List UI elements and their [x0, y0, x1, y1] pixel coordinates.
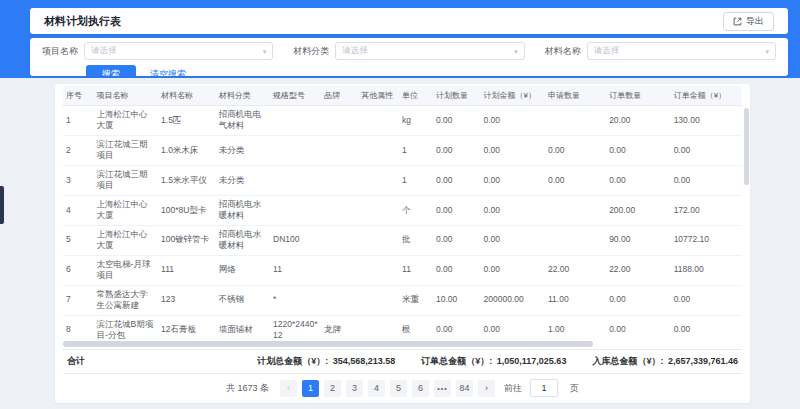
project-name-select[interactable]: 请选择 ▾: [84, 42, 273, 60]
table-cell: 22.00: [606, 255, 671, 285]
sidebar-indicator[interactable]: [0, 186, 4, 224]
table-cell: 招商机电水暖材料: [216, 225, 270, 255]
table-row[interactable]: 4上海松江中心大厦100*8U型卡招商机电水暖材料个0.000.00200.00…: [63, 195, 742, 225]
table-row[interactable]: 2滨江花城三期项目1.0米木床未分类10.000.000.000.000.00: [63, 135, 742, 165]
summary-totals: 计划总金额（¥）: 354,568,213.58 订单总金额（¥）: 1,050…: [257, 355, 738, 368]
table-cell: 墙面辅材: [216, 315, 270, 339]
table-row[interactable]: 6太空电梯-月球项目111网络11110.000.0022.0022.00118…: [63, 255, 742, 285]
table-cell: 0.00: [433, 195, 481, 225]
table-scroll-area[interactable]: 序号项目名称材料名称材料分类规格型号品牌其他属性单位计划数量计划金额（¥）申请数…: [63, 86, 742, 339]
table-cell: [545, 225, 606, 255]
select-placeholder: 请选择: [594, 45, 620, 57]
table-cell: 10.00: [433, 285, 481, 315]
filter-group-material-category: 材料分类 请选择 ▾: [293, 42, 524, 60]
page-button[interactable]: 4: [368, 380, 385, 397]
table-cell: 200000.00: [481, 285, 546, 315]
table-row[interactable]: 1上海松江中心大厦1.5匹招商机电电气材料kg0.000.0020.00130.…: [63, 106, 742, 136]
table-cell: [270, 165, 321, 195]
table-cell: 0.00: [606, 285, 671, 315]
column-header: 单位: [399, 86, 433, 106]
project-name-label: 项目名称: [42, 45, 78, 58]
chevron-down-icon: ▾: [514, 48, 518, 55]
horizontal-scrollbar-thumb[interactable]: [63, 341, 593, 347]
select-placeholder: 请选择: [91, 45, 117, 57]
table-cell: 4: [63, 195, 94, 225]
column-header: 其他属性: [358, 86, 399, 106]
table-cell: 0.00: [433, 225, 481, 255]
table-row[interactable]: 7常熟盛达大学生公寓新建123不锈钢*米重10.00200000.0011.00…: [63, 285, 742, 315]
table-cell: 1.5米水平仪: [158, 165, 216, 195]
table-cell: 172.00: [671, 195, 742, 225]
table-cell: [321, 135, 358, 165]
page-button[interactable]: 1: [302, 380, 319, 397]
table-cell: 123: [158, 285, 216, 315]
goto-page-suffix: 页: [570, 382, 579, 395]
filter-group-project: 项目名称 请选择 ▾: [42, 42, 273, 60]
export-button[interactable]: 导出: [723, 12, 774, 31]
table-cell: [270, 106, 321, 136]
material-category-select[interactable]: 请选择 ▾: [335, 42, 524, 60]
page-button[interactable]: 5: [390, 380, 407, 397]
vertical-scrollbar[interactable]: [744, 108, 749, 323]
filter-panel: 项目名称 请选择 ▾ 材料分类 请选择 ▾ 材料名称 请选择 ▾ 搜索 清空搜索: [30, 38, 788, 76]
planned-total-value: 354,568,213.58: [333, 356, 396, 366]
vertical-scrollbar-thumb[interactable]: [744, 108, 749, 185]
table-cell: 20.00: [606, 106, 671, 136]
table-cell: [545, 195, 606, 225]
page-button[interactable]: 6: [412, 380, 429, 397]
table-cell: 招商机电水暖材料: [216, 195, 270, 225]
table-cell: 0.00: [433, 165, 481, 195]
table-cell: 1: [63, 106, 94, 136]
table-cell: 0.00: [433, 255, 481, 285]
pagination-ellipsis[interactable]: •••: [434, 380, 451, 397]
table-cell: 7: [63, 285, 94, 315]
table-cell: *: [270, 285, 321, 315]
table-cell: 0.00: [481, 195, 546, 225]
total-label: 合计: [67, 355, 85, 368]
table-row[interactable]: 8滨江花城B期项目-分包12石膏板墙面辅材1220*2440*12龙牌根0.00…: [63, 315, 742, 339]
select-placeholder: 请选择: [342, 45, 368, 57]
inbound-total-value: 2,657,339,761.46: [668, 356, 738, 366]
filter-row: 项目名称 请选择 ▾ 材料分类 请选择 ▾ 材料名称 请选择 ▾: [42, 42, 776, 60]
page-button[interactable]: 84: [456, 380, 473, 397]
column-header: 订单金额（¥）: [671, 86, 742, 106]
table-cell: 0.00: [481, 135, 546, 165]
column-header: 计划金额（¥）: [481, 86, 546, 106]
filter-actions: 搜索 清空搜索: [86, 65, 776, 76]
table-cell: 0.00: [606, 135, 671, 165]
horizontal-scrollbar[interactable]: [63, 341, 742, 348]
table-cell: 6: [63, 255, 94, 285]
column-header: 规格型号: [270, 86, 321, 106]
prev-page-button[interactable]: ‹: [280, 380, 297, 397]
clear-search-button[interactable]: 清空搜索: [150, 68, 186, 76]
table-cell: 1.0米木床: [158, 135, 216, 165]
table-cell: 上海松江中心大厦: [94, 106, 159, 136]
chevron-down-icon: ▾: [263, 48, 267, 55]
material-name-select[interactable]: 请选择 ▾: [587, 42, 776, 60]
page-button[interactable]: 2: [324, 380, 341, 397]
planned-total-label: 计划总金额（¥）:: [257, 356, 328, 366]
page-button[interactable]: 3: [346, 380, 363, 397]
next-page-button[interactable]: ›: [478, 380, 495, 397]
column-header: 序号: [63, 86, 94, 106]
material-category-label: 材料分类: [293, 45, 329, 58]
table-cell: 11.00: [545, 285, 606, 315]
table-cell: [321, 225, 358, 255]
table-cell: [358, 106, 399, 136]
column-header: 材料名称: [158, 86, 216, 106]
table-cell: 10772.10: [671, 225, 742, 255]
table-cell: 1188.00: [671, 255, 742, 285]
table-cell: 12石膏板: [158, 315, 216, 339]
column-header: 材料分类: [216, 86, 270, 106]
table-cell: 22.00: [545, 255, 606, 285]
table-row[interactable]: 5上海松江中心大厦100镀锌管卡招商机电水暖材料DN100批0.000.0090…: [63, 225, 742, 255]
table-panel: 序号项目名称材料名称材料分类规格型号品牌其他属性单位计划数量计划金额（¥）申请数…: [55, 84, 750, 403]
table-cell: 批: [399, 225, 433, 255]
total-count: 共 1673 条: [226, 382, 269, 395]
goto-page-input[interactable]: [530, 379, 558, 397]
table-cell: [358, 315, 399, 339]
table-cell: 滨江花城三期项目: [94, 135, 159, 165]
search-button[interactable]: 搜索: [86, 65, 136, 76]
table-row[interactable]: 3滨江花城三期项目1.5米水平仪未分类10.000.000.000.000.00: [63, 165, 742, 195]
table-cell: 1.00: [545, 315, 606, 339]
